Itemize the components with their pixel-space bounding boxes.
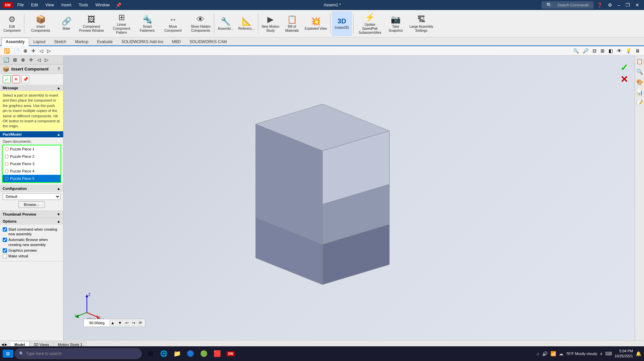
secondary-btn-6[interactable]: ▷ <box>46 47 52 54</box>
title-search[interactable]: 🔍 Search Commands <box>542 1 594 9</box>
taskbar-spotify[interactable]: 🟢 <box>198 348 210 360</box>
menu-window[interactable]: Window <box>93 2 113 8</box>
view-btn-2[interactable]: 🔎 <box>582 47 590 54</box>
toolbar-linear-pattern[interactable]: ⊞ Linear Component Pattern <box>107 11 137 36</box>
tab-solidworks-addins[interactable]: SOLIDWORKS Add-Ins <box>117 38 167 45</box>
close-button[interactable]: ✕ <box>633 2 641 8</box>
tab-next-arrow[interactable]: ▶ <box>5 343 7 346</box>
ok-button[interactable]: ✓ <box>3 75 11 83</box>
view-btn-7[interactable]: 💡 <box>624 47 633 54</box>
view-btn-4[interactable]: ⊞ <box>599 47 606 54</box>
panel-coord-icon[interactable]: ✛ <box>28 56 34 63</box>
taskbar-edge[interactable]: 🌐 <box>158 348 170 360</box>
graphics-preview-checkbox[interactable] <box>3 248 7 253</box>
canvas-ok-button[interactable]: ✓ <box>620 62 628 73</box>
start-button[interactable]: ⊞ <box>3 350 13 358</box>
right-btn-4[interactable]: 📊 <box>636 88 644 97</box>
panel-move-icon[interactable]: ⊕ <box>20 56 26 63</box>
make-virtual-checkbox[interactable] <box>3 254 7 258</box>
taskbar-search[interactable]: 🔍 <box>15 348 142 359</box>
rotation-right-button[interactable]: ↪ <box>131 320 137 326</box>
rotation-input[interactable] <box>85 321 109 325</box>
menu-view[interactable]: View <box>43 2 57 8</box>
menu-edit[interactable]: Edit <box>28 2 41 8</box>
part-item-2[interactable]: ⬡ Puzzle Piece 2 <box>3 153 60 160</box>
panel-grid-icon[interactable]: ⊞ <box>12 56 18 63</box>
toolbar-mate[interactable]: 🔗 Mate <box>56 11 77 36</box>
part-item-5[interactable]: ⬡ Puzzle Piece 5 <box>3 175 60 182</box>
cancel-button[interactable]: ✕ <box>12 75 20 83</box>
menu-file[interactable]: File <box>15 2 26 8</box>
tray-show-hidden-icon[interactable]: ∧ <box>600 352 603 356</box>
tab-prev-arrow[interactable]: ◀ <box>1 343 4 346</box>
secondary-btn-5[interactable]: ◁ <box>38 47 44 54</box>
toolbar-exploded-view[interactable]: 💥 Exploded View <box>303 11 329 36</box>
options-header[interactable]: Options ▲ <box>0 218 63 225</box>
tray-icon-3[interactable]: 📶 <box>550 351 556 356</box>
part-model-header[interactable]: Part/Model ▲ <box>0 131 63 137</box>
rotation-left-button[interactable]: ↩ <box>124 320 130 326</box>
view-btn-1[interactable]: 🔍 <box>572 47 580 54</box>
rotation-up-button[interactable]: ▲ <box>109 320 116 326</box>
toolbar-instant3d[interactable]: 3D Instant3D <box>332 11 352 36</box>
minimize-button[interactable]: – <box>616 2 622 8</box>
taskbar-solidworks[interactable]: SW <box>225 348 237 360</box>
right-btn-5[interactable]: 📝 <box>636 98 644 107</box>
restore-button[interactable]: ❐ <box>624 2 632 8</box>
toolbar-component-preview[interactable]: 🖼 ComponentPreview Window <box>77 11 106 36</box>
view-btn-8[interactable]: 🖥 <box>634 47 641 54</box>
part-item-3[interactable]: ⬡ Puzzle Piece 3 <box>3 160 60 167</box>
toolbar-bill-of-materials[interactable]: 📋 Bill ofMaterials <box>282 11 302 36</box>
rotation-reset-button[interactable]: ⟳ <box>137 320 143 326</box>
panel-rotate-icon[interactable]: 🔄 <box>2 56 10 63</box>
panel-help-button[interactable]: ? <box>57 66 60 72</box>
tab-markup[interactable]: Markup <box>71 38 93 45</box>
tab-assembly[interactable]: Assembly <box>1 38 29 46</box>
tab-evaluate[interactable]: Evaluate <box>93 38 117 45</box>
tray-icon-2[interactable]: 🔊 <box>542 351 548 356</box>
thumbnail-preview-header[interactable]: Thumbnail Preview ▼ <box>0 211 63 218</box>
rotation-down-button[interactable]: ▼ <box>117 320 123 326</box>
toolbar-insert-components[interactable]: 📦 Insert Components <box>26 11 56 36</box>
tab-mbd[interactable]: MBD <box>168 38 185 45</box>
toolbar-update-speedpak[interactable]: ⚡ Update SpeedPakSubassemblies <box>355 11 385 36</box>
tray-icon-1[interactable]: ⌂ <box>536 351 539 356</box>
part-item-4[interactable]: ⬡ Puzzle Piece 4 <box>3 167 60 175</box>
canvas-area[interactable]: ✓ ✕ <box>63 55 635 340</box>
toolbar-smart-fasteners[interactable]: 🔩 SmartFasteners <box>137 11 157 36</box>
tab-solidworks-cam[interactable]: SOLIDWORKS CAM <box>185 38 231 45</box>
auto-browse-checkbox[interactable] <box>3 238 7 242</box>
toolbar-edit-component[interactable]: ⚙ EditComponent <box>1 11 23 36</box>
view-btn-3[interactable]: ⊟ <box>591 47 598 54</box>
secondary-btn-1[interactable]: 🔁 <box>3 47 11 54</box>
part-item-1[interactable]: ⬡ Puzzle Piece 1 <box>3 145 60 153</box>
panel-left-icon[interactable]: ◁ <box>36 56 42 63</box>
tab-sketch[interactable]: Sketch <box>50 38 71 45</box>
canvas-cancel-button[interactable]: ✕ <box>620 74 628 85</box>
secondary-btn-3[interactable]: ⊕ <box>22 47 29 54</box>
tab-layout[interactable]: Layout <box>29 38 50 45</box>
right-btn-2[interactable]: 🔍 <box>636 67 644 76</box>
right-btn-3[interactable]: 🎨 <box>636 78 644 87</box>
browse-button[interactable]: Browse... <box>18 201 45 208</box>
panel-right-icon[interactable]: ▷ <box>43 56 50 63</box>
right-btn-1[interactable]: 📋 <box>636 57 644 66</box>
toolbar-take-snapshot[interactable]: 📷 TakeSnapshot <box>386 11 406 36</box>
taskbar-chrome[interactable]: 🔵 <box>184 348 197 360</box>
pin-button[interactable]: 📌 <box>21 75 29 83</box>
taskbar-file-explorer[interactable]: 📁 <box>171 348 183 360</box>
help-icon[interactable]: ❓ <box>595 2 605 8</box>
toolbar-assembly[interactable]: 🔧 Assembl... <box>216 11 236 36</box>
pushpin-icon[interactable]: 📌 <box>114 2 123 8</box>
notification-icon[interactable]: 🔔 <box>636 351 641 356</box>
menu-insert[interactable]: Insert <box>59 2 74 8</box>
secondary-btn-4[interactable]: ✛ <box>30 47 37 54</box>
toolbar-new-motion[interactable]: ▶ New MotionStudy <box>260 11 281 36</box>
configuration-header[interactable]: Configuration ▲ <box>0 185 63 192</box>
view-btn-5[interactable]: ◧ <box>607 47 614 54</box>
taskbar-search-input[interactable] <box>26 351 126 356</box>
view-btn-6[interactable]: 👁 <box>616 47 623 54</box>
tray-keyboard-icon[interactable]: ⌨ <box>605 351 612 356</box>
toolbar-large-assembly[interactable]: 🏗 Large Assembly Settings <box>406 11 436 36</box>
taskbar-office[interactable]: 🟥 <box>211 348 223 360</box>
